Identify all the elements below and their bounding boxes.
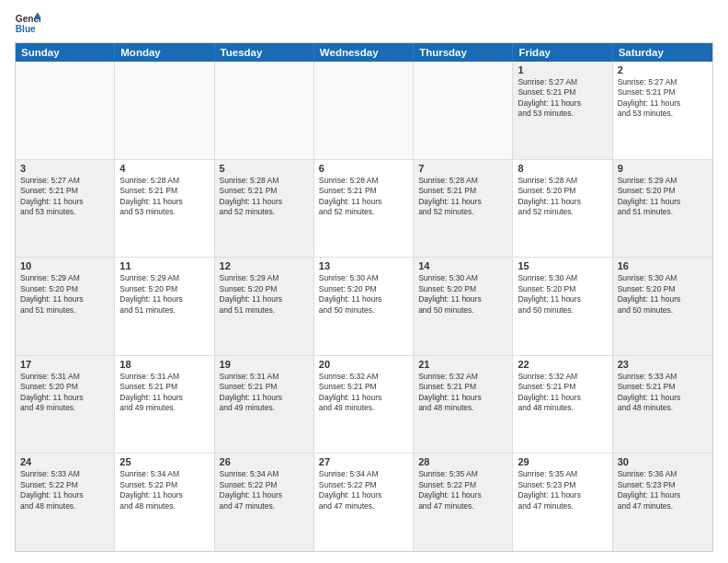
day-info: Sunrise: 5:28 AM Sunset: 5:21 PM Dayligh… bbox=[319, 176, 408, 218]
day-cell-10: 10Sunrise: 5:29 AM Sunset: 5:20 PM Dayli… bbox=[16, 258, 115, 355]
day-info: Sunrise: 5:29 AM Sunset: 5:20 PM Dayligh… bbox=[119, 273, 209, 316]
day-number: 15 bbox=[518, 260, 607, 271]
day-number: 10 bbox=[20, 260, 109, 271]
day-cell-27: 27Sunrise: 5:34 AM Sunset: 5:22 PM Dayli… bbox=[314, 454, 414, 551]
week-row-4: 24Sunrise: 5:33 AM Sunset: 5:22 PM Dayli… bbox=[16, 454, 712, 551]
day-cell-8: 8Sunrise: 5:28 AM Sunset: 5:20 PM Daylig… bbox=[513, 160, 612, 258]
day-number: 9 bbox=[618, 163, 708, 174]
day-number: 6 bbox=[319, 163, 408, 174]
day-cell-20: 20Sunrise: 5:32 AM Sunset: 5:21 PM Dayli… bbox=[314, 356, 414, 454]
day-info: Sunrise: 5:33 AM Sunset: 5:22 PM Dayligh… bbox=[20, 469, 109, 511]
empty-cell bbox=[16, 62, 115, 159]
day-cell-21: 21Sunrise: 5:32 AM Sunset: 5:21 PM Dayli… bbox=[414, 356, 513, 454]
page: General Blue SundayMondayTuesdayWednesda… bbox=[0, 0, 728, 563]
day-cell-17: 17Sunrise: 5:31 AM Sunset: 5:20 PM Dayli… bbox=[16, 356, 115, 454]
day-info: Sunrise: 5:32 AM Sunset: 5:21 PM Dayligh… bbox=[518, 372, 607, 414]
day-number: 12 bbox=[220, 260, 309, 271]
day-info: Sunrise: 5:35 AM Sunset: 5:23 PM Dayligh… bbox=[518, 469, 607, 511]
day-cell-26: 26Sunrise: 5:34 AM Sunset: 5:22 PM Dayli… bbox=[215, 454, 314, 551]
day-info: Sunrise: 5:31 AM Sunset: 5:21 PM Dayligh… bbox=[119, 372, 209, 414]
day-number: 21 bbox=[418, 359, 507, 370]
day-cell-18: 18Sunrise: 5:31 AM Sunset: 5:21 PM Dayli… bbox=[115, 356, 214, 454]
day-cell-1: 1Sunrise: 5:27 AM Sunset: 5:21 PM Daylig… bbox=[513, 62, 612, 159]
day-cell-25: 25Sunrise: 5:34 AM Sunset: 5:22 PM Dayli… bbox=[115, 454, 214, 551]
day-info: Sunrise: 5:35 AM Sunset: 5:22 PM Dayligh… bbox=[418, 469, 507, 511]
day-info: Sunrise: 5:36 AM Sunset: 5:23 PM Dayligh… bbox=[618, 469, 708, 511]
day-number: 23 bbox=[618, 359, 708, 370]
empty-cell bbox=[314, 62, 414, 159]
day-number: 27 bbox=[319, 456, 408, 467]
week-row-1: 3Sunrise: 5:27 AM Sunset: 5:21 PM Daylig… bbox=[16, 160, 712, 259]
day-info: Sunrise: 5:28 AM Sunset: 5:21 PM Dayligh… bbox=[418, 176, 507, 218]
logo: General Blue bbox=[15, 11, 40, 37]
svg-text:Blue: Blue bbox=[16, 24, 36, 34]
day-number: 14 bbox=[418, 260, 507, 271]
empty-cell bbox=[115, 62, 214, 159]
day-number: 5 bbox=[220, 163, 309, 174]
header-day-saturday: Saturday bbox=[613, 43, 712, 62]
day-info: Sunrise: 5:33 AM Sunset: 5:21 PM Dayligh… bbox=[618, 372, 708, 414]
day-cell-23: 23Sunrise: 5:33 AM Sunset: 5:21 PM Dayli… bbox=[613, 356, 712, 454]
day-info: Sunrise: 5:28 AM Sunset: 5:20 PM Dayligh… bbox=[518, 176, 607, 218]
day-number: 17 bbox=[20, 359, 109, 370]
day-info: Sunrise: 5:34 AM Sunset: 5:22 PM Dayligh… bbox=[220, 469, 309, 511]
day-number: 29 bbox=[518, 456, 607, 467]
header-day-wednesday: Wednesday bbox=[314, 43, 414, 62]
day-info: Sunrise: 5:34 AM Sunset: 5:22 PM Dayligh… bbox=[119, 469, 209, 511]
day-number: 22 bbox=[518, 359, 607, 370]
empty-cell bbox=[215, 62, 314, 159]
day-cell-19: 19Sunrise: 5:31 AM Sunset: 5:21 PM Dayli… bbox=[215, 356, 314, 454]
day-cell-29: 29Sunrise: 5:35 AM Sunset: 5:23 PM Dayli… bbox=[513, 454, 612, 551]
logo-icon: General Blue bbox=[15, 11, 40, 37]
day-number: 3 bbox=[20, 163, 109, 174]
day-info: Sunrise: 5:28 AM Sunset: 5:21 PM Dayligh… bbox=[220, 176, 309, 218]
header-day-monday: Monday bbox=[115, 43, 214, 62]
day-cell-11: 11Sunrise: 5:29 AM Sunset: 5:20 PM Dayli… bbox=[115, 258, 214, 355]
day-info: Sunrise: 5:29 AM Sunset: 5:20 PM Dayligh… bbox=[20, 273, 109, 316]
calendar: SundayMondayTuesdayWednesdayThursdayFrid… bbox=[15, 42, 713, 552]
day-info: Sunrise: 5:30 AM Sunset: 5:20 PM Dayligh… bbox=[319, 273, 408, 316]
day-number: 18 bbox=[119, 359, 209, 370]
calendar-header: SundayMondayTuesdayWednesdayThursdayFrid… bbox=[16, 43, 712, 62]
day-number: 2 bbox=[618, 64, 708, 75]
day-info: Sunrise: 5:27 AM Sunset: 5:21 PM Dayligh… bbox=[518, 77, 607, 120]
day-cell-6: 6Sunrise: 5:28 AM Sunset: 5:21 PM Daylig… bbox=[314, 160, 414, 258]
day-info: Sunrise: 5:28 AM Sunset: 5:21 PM Dayligh… bbox=[119, 176, 209, 218]
day-number: 11 bbox=[119, 260, 209, 271]
day-number: 1 bbox=[518, 64, 607, 75]
day-info: Sunrise: 5:30 AM Sunset: 5:20 PM Dayligh… bbox=[518, 273, 607, 316]
empty-cell bbox=[414, 62, 513, 159]
day-number: 16 bbox=[618, 260, 708, 271]
day-info: Sunrise: 5:32 AM Sunset: 5:21 PM Dayligh… bbox=[319, 372, 408, 414]
day-info: Sunrise: 5:31 AM Sunset: 5:21 PM Dayligh… bbox=[220, 372, 309, 414]
day-cell-9: 9Sunrise: 5:29 AM Sunset: 5:20 PM Daylig… bbox=[613, 160, 712, 258]
day-cell-5: 5Sunrise: 5:28 AM Sunset: 5:21 PM Daylig… bbox=[215, 160, 314, 258]
day-cell-15: 15Sunrise: 5:30 AM Sunset: 5:20 PM Dayli… bbox=[513, 258, 612, 355]
header-day-tuesday: Tuesday bbox=[215, 43, 314, 62]
day-cell-4: 4Sunrise: 5:28 AM Sunset: 5:21 PM Daylig… bbox=[115, 160, 214, 258]
day-number: 30 bbox=[618, 456, 708, 467]
header-day-friday: Friday bbox=[513, 43, 612, 62]
day-number: 13 bbox=[319, 260, 408, 271]
day-number: 19 bbox=[220, 359, 309, 370]
day-cell-3: 3Sunrise: 5:27 AM Sunset: 5:21 PM Daylig… bbox=[16, 160, 115, 258]
day-number: 7 bbox=[418, 163, 507, 174]
day-number: 4 bbox=[119, 163, 209, 174]
day-info: Sunrise: 5:29 AM Sunset: 5:20 PM Dayligh… bbox=[220, 273, 309, 316]
day-cell-7: 7Sunrise: 5:28 AM Sunset: 5:21 PM Daylig… bbox=[414, 160, 513, 258]
header-day-sunday: Sunday bbox=[16, 43, 115, 62]
day-cell-12: 12Sunrise: 5:29 AM Sunset: 5:20 PM Dayli… bbox=[215, 258, 314, 355]
header-day-thursday: Thursday bbox=[414, 43, 513, 62]
day-number: 25 bbox=[119, 456, 209, 467]
day-cell-14: 14Sunrise: 5:30 AM Sunset: 5:20 PM Dayli… bbox=[414, 258, 513, 355]
day-number: 20 bbox=[319, 359, 408, 370]
day-cell-16: 16Sunrise: 5:30 AM Sunset: 5:20 PM Dayli… bbox=[613, 258, 712, 355]
day-cell-2: 2Sunrise: 5:27 AM Sunset: 5:21 PM Daylig… bbox=[613, 62, 712, 159]
day-cell-13: 13Sunrise: 5:30 AM Sunset: 5:20 PM Dayli… bbox=[314, 258, 414, 355]
day-info: Sunrise: 5:31 AM Sunset: 5:20 PM Dayligh… bbox=[20, 372, 109, 414]
day-cell-28: 28Sunrise: 5:35 AM Sunset: 5:22 PM Dayli… bbox=[414, 454, 513, 551]
day-info: Sunrise: 5:27 AM Sunset: 5:21 PM Dayligh… bbox=[618, 77, 708, 120]
day-number: 8 bbox=[518, 163, 607, 174]
day-number: 28 bbox=[418, 456, 507, 467]
day-cell-22: 22Sunrise: 5:32 AM Sunset: 5:21 PM Dayli… bbox=[513, 356, 612, 454]
